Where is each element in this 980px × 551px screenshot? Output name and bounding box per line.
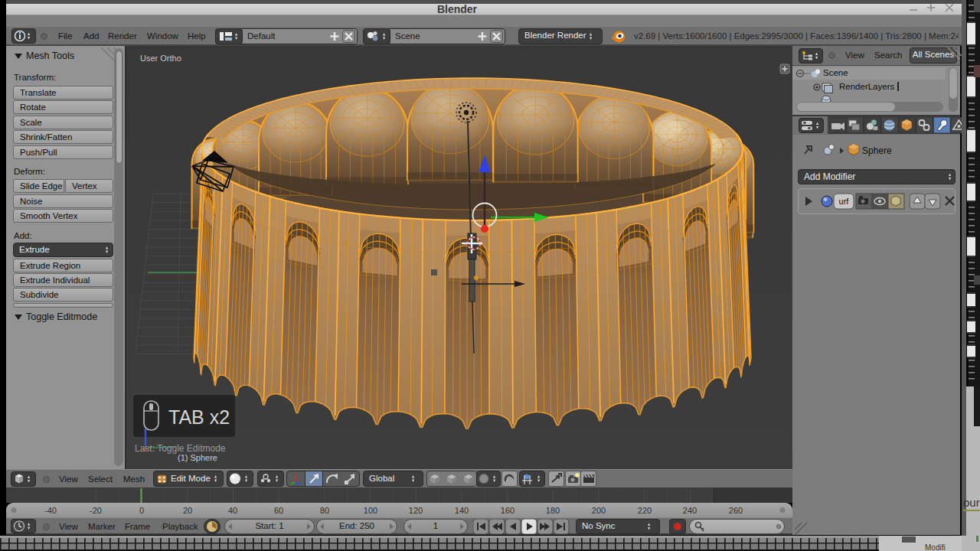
svg-text:40: 40: [228, 506, 237, 515]
svg-text:(1) Sphere: (1) Sphere: [178, 453, 217, 462]
svg-text:our: our: [963, 496, 980, 509]
svg-text:100: 100: [364, 506, 377, 515]
svg-text:Modifi: Modifi: [925, 543, 946, 551]
svg-text:60: 60: [274, 506, 283, 515]
svg-text:120: 120: [409, 506, 423, 515]
svg-text:160: 160: [501, 506, 514, 515]
svg-text:240: 240: [683, 506, 697, 515]
svg-text:200: 200: [592, 506, 606, 515]
svg-text:TAB x2: TAB x2: [168, 406, 230, 428]
svg-text:20: 20: [183, 506, 192, 515]
svg-text:180: 180: [546, 506, 560, 515]
svg-text:urf: urf: [839, 197, 850, 206]
svg-text:-20: -20: [90, 506, 102, 515]
svg-text:0: 0: [139, 506, 144, 515]
svg-text:-40: -40: [44, 506, 57, 515]
svg-text:260: 260: [729, 506, 743, 515]
svg-text:220: 220: [638, 506, 652, 515]
svg-text:140: 140: [455, 506, 469, 515]
svg-text:80: 80: [320, 506, 329, 515]
svg-text:Last: Toggle Editmode: Last: Toggle Editmode: [135, 443, 226, 454]
